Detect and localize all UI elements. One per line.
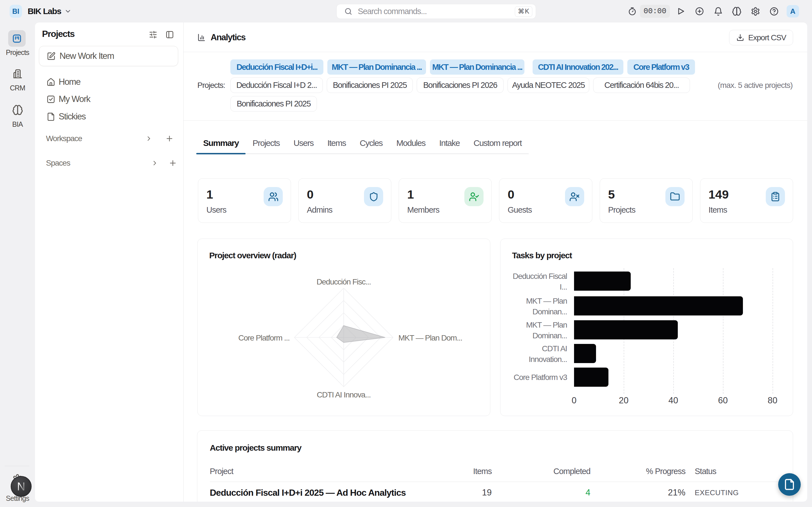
svg-text:MKT — Plan Dom...: MKT — Plan Dom... [398,334,462,342]
svg-text:Deducción Fisc...: Deducción Fisc... [317,277,371,286]
svg-text:CDTI AI Innova...: CDTI AI Innova... [317,390,370,399]
svg-text:Core Platform ...: Core Platform ... [238,334,290,342]
